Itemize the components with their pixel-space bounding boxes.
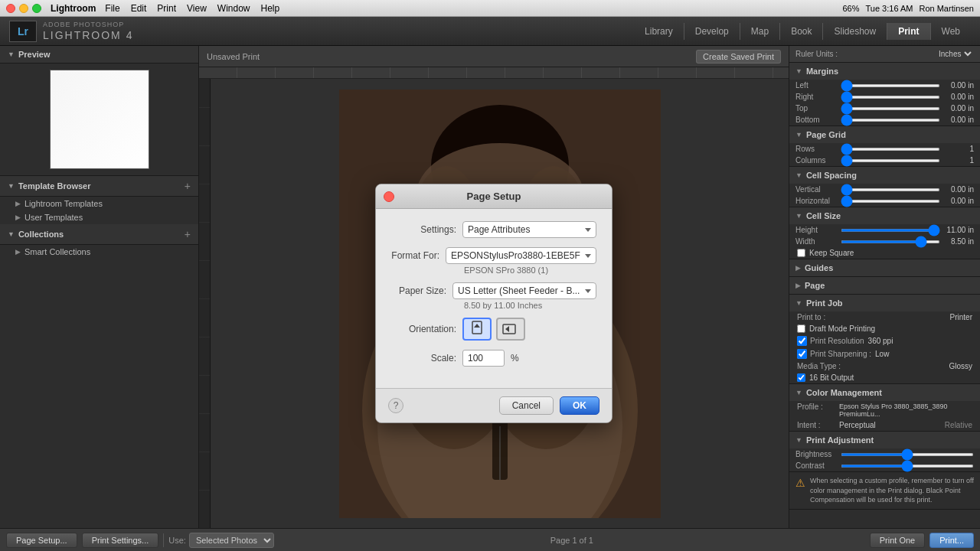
margins-right-val: 0.00 in <box>943 93 974 101</box>
height-val: 11.00 in <box>943 226 974 234</box>
zoom-button[interactable] <box>32 4 41 13</box>
vertical-slider[interactable] <box>841 188 940 191</box>
tree-arrow-icon: ▶ <box>15 200 21 207</box>
collections-label: Collections <box>18 230 64 239</box>
profile-row: Profile : Epson Stylus Pro 3880_3885_389… <box>789 401 980 419</box>
menu-view[interactable]: View <box>187 3 207 14</box>
print-adjust-header[interactable]: ▼ Print Adjustment <box>789 432 980 448</box>
collection-smart[interactable]: ▶ Smart Collections <box>0 245 198 259</box>
format-for-select[interactable]: EPSONStylusPro3880-1EBE5F <box>446 247 596 264</box>
margins-right-slider[interactable] <box>841 96 940 99</box>
menu-window[interactable]: Window <box>217 3 250 14</box>
app-menu-name[interactable]: Lightroom <box>51 3 96 14</box>
add-template-button[interactable]: + <box>185 180 191 192</box>
horizontal-slider[interactable] <box>841 200 940 203</box>
cell-spacing-label: Cell Spacing <box>806 171 857 180</box>
template-browser-header[interactable]: ▼ Template Browser + <box>0 176 198 197</box>
brand-top: ADOBE PHOTOSHOP <box>43 21 133 29</box>
collections-section-header[interactable]: ▼ Collections + <box>0 224 198 245</box>
use-select[interactable]: Selected Photos <box>189 533 274 548</box>
template-user-templates[interactable]: ▶ User Templates <box>0 210 198 224</box>
minimize-button[interactable] <box>19 4 28 13</box>
print-settings-button[interactable]: Print Settings... <box>82 533 159 548</box>
margins-section: ▼ Margins Left 0.00 in Right 0.00 in Top… <box>789 63 980 126</box>
print-resolution-row: Print Resolution 360 ppi <box>789 334 980 347</box>
menu-edit[interactable]: Edit <box>131 3 147 14</box>
margins-left-slider[interactable] <box>841 84 940 87</box>
tab-map[interactable]: Map <box>740 23 779 40</box>
contrast-slider[interactable] <box>841 465 974 468</box>
brightness-label: Brightness <box>795 450 838 458</box>
tab-web[interactable]: Web <box>930 23 971 40</box>
settings-row: Settings: Page Attributes <box>391 221 596 238</box>
menu-print[interactable]: Print <box>157 3 176 14</box>
cancel-button[interactable]: Cancel <box>499 396 554 415</box>
media-type-val: Glossy <box>949 362 972 370</box>
print-resolution-val: 360 ppi <box>868 337 893 345</box>
scale-input[interactable] <box>462 350 505 367</box>
cell-size-label: Cell Size <box>806 211 841 220</box>
width-slider[interactable] <box>841 240 940 243</box>
page-grid-arrow: ▼ <box>795 131 802 139</box>
vertical-label: Vertical <box>795 185 838 194</box>
page-grid-label: Page Grid <box>806 130 846 139</box>
ok-button[interactable]: OK <box>560 396 599 415</box>
add-collection-button[interactable]: + <box>185 228 191 240</box>
tab-print[interactable]: Print <box>887 23 929 40</box>
tab-slideshow[interactable]: Slideshow <box>822 23 887 40</box>
tab-book[interactable]: Book <box>779 23 822 40</box>
page-arrow: ▶ <box>795 282 801 289</box>
print-resolution-label: Print Resolution <box>810 337 864 345</box>
menu-help[interactable]: Help <box>261 3 280 14</box>
status-right-buttons: Print One Print... <box>870 533 974 548</box>
print-one-button[interactable]: Print One <box>870 533 925 548</box>
intent-row: Intent : Perceptual Relative <box>789 419 980 431</box>
page-grid-header[interactable]: ▼ Page Grid <box>789 126 980 143</box>
settings-select[interactable]: Page Attributes <box>462 221 596 238</box>
help-button[interactable]: ? <box>388 398 403 413</box>
color-mgmt-header[interactable]: ▼ Color Management <box>789 384 980 401</box>
columns-slider[interactable] <box>841 159 940 162</box>
app-brand: ADOBE PHOTOSHOP LIGHTROOM 4 <box>43 21 133 42</box>
paper-size-select[interactable]: US Letter (Sheet Feeder - B... <box>452 282 596 299</box>
keep-square-checkbox[interactable] <box>797 249 805 257</box>
margins-top-slider[interactable] <box>841 107 940 110</box>
print-button[interactable]: Print... <box>929 533 974 548</box>
tab-library[interactable]: Library <box>634 23 684 40</box>
page-setup-button[interactable]: Page Setup... <box>6 533 77 548</box>
canvas-area: Page Setup Settings: Page Attributes <box>199 79 789 528</box>
intent-label: Intent : <box>797 421 835 429</box>
mac-menu-bar: Lightroom File Edit Print View Window He… <box>0 0 980 17</box>
bit-output-checkbox[interactable] <box>797 373 805 382</box>
print-resolution-checkbox[interactable] <box>797 336 807 346</box>
scale-label: Scale: <box>391 353 456 364</box>
margins-right-label: Right <box>795 93 838 101</box>
menu-file[interactable]: File <box>105 3 119 14</box>
rows-slider[interactable] <box>841 148 940 151</box>
media-type-row: Media Type : Glossy <box>789 360 980 372</box>
cell-spacing-header[interactable]: ▼ Cell Spacing <box>789 167 980 184</box>
bit-output-row: 16 Bit Output <box>789 372 980 383</box>
height-slider[interactable] <box>841 229 940 232</box>
guides-header[interactable]: ▶ Guides <box>789 259 980 276</box>
brightness-slider[interactable] <box>841 453 974 456</box>
margins-bottom-row: Bottom 0.00 in <box>789 114 980 126</box>
format-for-row: Format For: EPSONStylusPro3880-1EBE5F <box>391 247 596 264</box>
close-button[interactable] <box>6 4 15 13</box>
portrait-button[interactable] <box>462 318 492 341</box>
draft-mode-checkbox[interactable] <box>797 324 805 333</box>
dialog-close-button[interactable] <box>384 191 394 202</box>
cell-size-header[interactable]: ▼ Cell Size <box>789 207 980 224</box>
print-job-header[interactable]: ▼ Print Job <box>789 295 980 311</box>
tab-develop[interactable]: Develop <box>684 23 740 40</box>
page-header[interactable]: ▶ Page <box>789 277 980 294</box>
landscape-button[interactable] <box>496 318 525 341</box>
create-saved-print-button[interactable]: Create Saved Print <box>696 50 781 64</box>
ruler-units-select[interactable]: Inches <box>936 49 974 59</box>
template-lightroom-templates[interactable]: ▶ Lightroom Templates <box>0 197 198 210</box>
margins-bottom-slider[interactable] <box>841 119 940 122</box>
margins-header[interactable]: ▼ Margins <box>789 63 980 80</box>
left-panel: ▼ Preview ▼ Template Browser + ▶ Lightro… <box>0 46 199 528</box>
preview-section-header[interactable]: ▼ Preview <box>0 46 198 64</box>
print-sharpening-checkbox[interactable] <box>797 349 807 359</box>
